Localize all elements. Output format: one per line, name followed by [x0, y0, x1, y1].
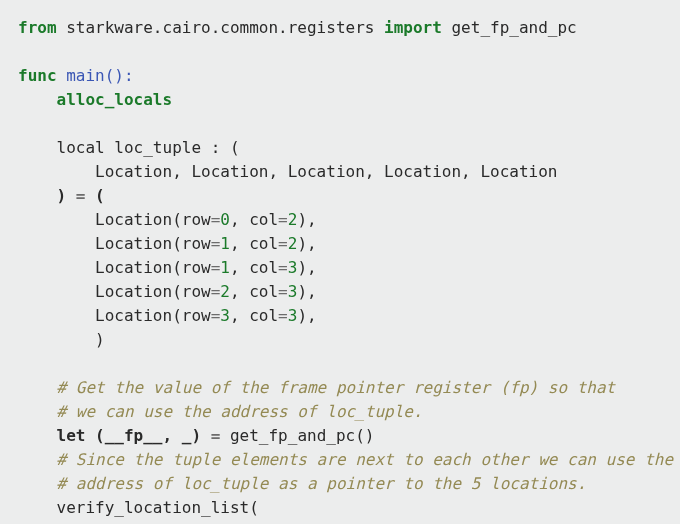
num: 3 [288, 258, 298, 277]
op-eq: = [278, 282, 288, 301]
import-path: starkware.cairo.common.registers [57, 18, 385, 37]
keyword-let: let [57, 426, 86, 445]
op-eq: = [278, 306, 288, 325]
comment: # address of loc_tuple as a pointer to t… [18, 474, 586, 493]
op-eq: = [211, 258, 221, 277]
code-line: verify_location_list( [18, 498, 259, 517]
code-line: , col [230, 210, 278, 229]
code-line: ), [297, 282, 316, 301]
code-line: local loc_tuple : ( [18, 138, 240, 157]
num: 2 [288, 210, 298, 229]
op-eq: = [211, 234, 221, 253]
op-eq: = [211, 426, 221, 445]
num: 1 [220, 234, 230, 253]
code-line: Location(row [18, 258, 211, 277]
code-line: , col [230, 234, 278, 253]
code-block: from starkware.cairo.common.registers im… [0, 0, 680, 524]
code-line: ), [297, 210, 316, 229]
comment: # we can use the address of loc_tuple. [18, 402, 423, 421]
op-eq: = [211, 282, 221, 301]
code-line: ), [297, 234, 316, 253]
code-line: Location(row [18, 306, 211, 325]
code-line: Location(row [18, 282, 211, 301]
code-line: (__fp__, _) [85, 426, 210, 445]
code-line: , col [230, 306, 278, 325]
num: 2 [220, 282, 230, 301]
import-name: get_fp_and_pc [442, 18, 577, 37]
op-eq: = [278, 234, 288, 253]
code-line: ) [18, 330, 105, 349]
op-eq: = [278, 210, 288, 229]
code-line: ), [297, 258, 316, 277]
keyword-func: func [18, 66, 57, 85]
num: 3 [288, 306, 298, 325]
op-eq: = [211, 306, 221, 325]
op-eq: = [278, 258, 288, 277]
op-eq: = [211, 210, 221, 229]
comment: # Since the tuple elements are next to e… [18, 450, 673, 469]
code-line: , col [230, 258, 278, 277]
code-line: ) [18, 186, 76, 205]
code-line: get_fp_and_pc() [220, 426, 374, 445]
num: 3 [288, 282, 298, 301]
num: 0 [220, 210, 230, 229]
code-line: Location(row [18, 210, 211, 229]
code-line: , col [230, 282, 278, 301]
code-line: Location(row [18, 234, 211, 253]
func-name: main(): [57, 66, 134, 85]
comment: # Get the value of the frame pointer reg… [18, 378, 615, 397]
op-eq: = [76, 186, 86, 205]
code-line: Location, Location, Location, Location, … [18, 162, 557, 181]
num: 2 [288, 234, 298, 253]
keyword-alloc-locals: alloc_locals [57, 90, 173, 109]
keyword-from: from [18, 18, 57, 37]
num: 3 [220, 306, 230, 325]
num: 1 [220, 258, 230, 277]
code-line: ( [85, 186, 104, 205]
keyword-import: import [384, 18, 442, 37]
code-line: ), [297, 306, 316, 325]
